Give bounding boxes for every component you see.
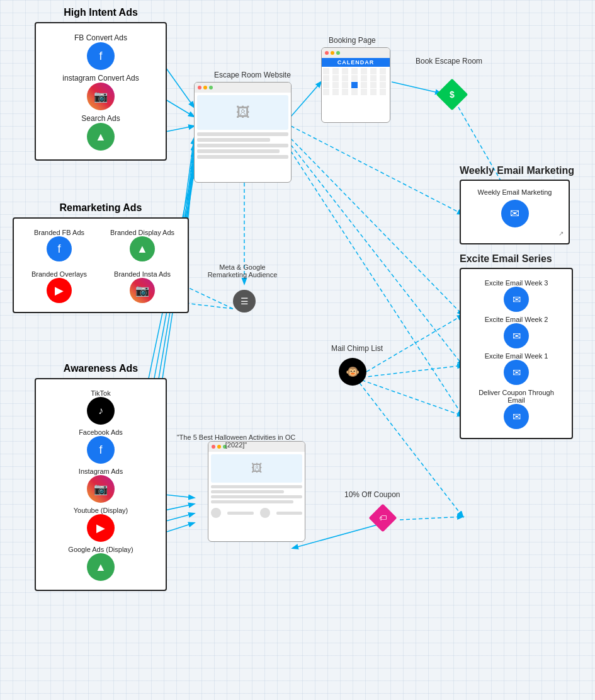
tiktok-item: TikTok ♪ (41, 388, 161, 425)
weekly-email-icon: ✉ (501, 200, 529, 227)
branded-fb-item: Branded FB Ads f (19, 227, 99, 261)
instagram-ads-item: Instagram Ads 📷 (41, 466, 161, 503)
weekly-email-arrow: ↗ (466, 230, 564, 237)
fb-convert-label: FB Convert Ads (74, 33, 127, 42)
google-ads-icon-2: ▲ (130, 236, 155, 261)
excite-week1-item: Excite Email Week 1 ✉ (466, 351, 567, 385)
booking-page: CALENDAR (321, 47, 390, 123)
fb-convert-ads-item: FB Convert Ads f (41, 32, 161, 70)
excite-week2-item: Excite Email Week 2 ✉ (466, 314, 567, 348)
svg-line-1 (162, 98, 194, 117)
book-escape-diamond: $ (436, 79, 468, 111)
excite-week1-icon: ✉ (504, 360, 529, 385)
svg-line-16 (291, 126, 463, 214)
svg-line-22 (356, 378, 463, 416)
svg-line-29 (293, 523, 384, 548)
awareness-title: Awareness Ads (36, 363, 166, 374)
tiktok-icon: ♪ (87, 397, 115, 425)
escape-room-website-label: Escape Room Website (214, 71, 291, 79)
mailchimp-label: Mail Chimp List (329, 344, 385, 353)
youtube-icon-2: ▶ (87, 514, 115, 542)
svg-line-11 (291, 82, 321, 117)
excite-series-box: Excite Email Week 3 ✉ Excite Email Week … (460, 268, 573, 439)
excite-week3-icon: ✉ (504, 287, 529, 312)
awareness-box: Awareness Ads TikTok ♪ Facebook Ads f In… (35, 378, 167, 591)
search-ads-item: Search Ads ▲ (41, 113, 161, 151)
google-ads-icon-3: ▲ (87, 553, 115, 581)
branded-insta-item: Branded Insta Ads 📷 (102, 269, 183, 303)
instagram-icon-1: 📷 (87, 83, 115, 110)
facebook-ads-item: Facebook Ads f (41, 427, 161, 464)
branded-overlays-item: Branded Overlays ▶ (19, 269, 99, 303)
branded-display-item: Branded Display Ads ▲ (102, 227, 183, 261)
facebook-icon-1: f (87, 42, 115, 70)
google-ads-icon-1: ▲ (87, 123, 115, 151)
svg-line-19 (291, 151, 463, 416)
youtube-icon-1: ▶ (47, 278, 72, 303)
deliver-coupon-icon: ✉ (504, 404, 529, 429)
remarketing-box: Remarketing Ads Branded FB Ads f Branded… (13, 217, 189, 313)
remarketing-title: Remarketing Ads (14, 202, 188, 214)
meta-google-icon: ☰ (233, 290, 256, 313)
weekly-email-outer-title: Weekly Email Marketing (460, 165, 574, 176)
instagram-icon-2: 📷 (130, 278, 155, 303)
weekly-email-inner-label: Weekly Email Marketing (466, 188, 564, 196)
cal-header-label: CALENDAR (322, 58, 390, 67)
coupon-diamond: 🏷 (368, 503, 397, 532)
book-escape-room-label: Book Escape Room (416, 57, 482, 66)
facebook-icon-3: f (87, 436, 115, 464)
coupon-label: 10% Off Coupon (344, 490, 400, 499)
svg-line-12 (392, 82, 441, 93)
excite-week3-item: Excite Email Week 3 ✉ (466, 278, 567, 312)
instagram-icon-3: 📷 (87, 475, 115, 503)
high-intent-title: High Intent Ads (36, 7, 166, 18)
svg-line-28 (400, 517, 463, 520)
weekly-email-box: Weekly Email Marketing ✉ ↗ (460, 180, 570, 244)
svg-line-18 (291, 145, 463, 365)
insta-convert-label: instagram Convert Ads (62, 74, 139, 83)
excite-series-outer-title: Excite Email Series (460, 253, 552, 265)
blog-post-label: "The 5 Best Halloween Activities in OC [… (173, 433, 299, 449)
meta-google-label: Meta & GoogleRemarketing Audience (201, 263, 283, 278)
escape-room-website: 🖼 (194, 82, 292, 183)
booking-page-label: Booking Page (329, 36, 376, 45)
google-display-item: Google Ads (Display) ▲ (41, 544, 161, 581)
facebook-icon-2: f (47, 236, 72, 261)
svg-line-0 (162, 63, 194, 107)
blog-post-mockup: 🖼 (208, 441, 305, 542)
high-intent-box: High Intent Ads FB Convert Ads f instagr… (35, 22, 167, 161)
instagram-convert-item: instagram Convert Ads 📷 (41, 72, 161, 110)
svg-line-17 (291, 139, 463, 315)
excite-week2-icon: ✉ (504, 323, 529, 348)
mailchimp-icon: 🐵 (339, 358, 366, 386)
youtube-display-item: Youtube (Display) ▶ (41, 505, 161, 542)
search-ads-label: Search Ads (81, 114, 120, 123)
deliver-coupon-item: Deliver Coupon ThroughEmail ✉ (466, 387, 567, 429)
svg-line-2 (162, 126, 194, 132)
svg-line-21 (356, 365, 463, 378)
